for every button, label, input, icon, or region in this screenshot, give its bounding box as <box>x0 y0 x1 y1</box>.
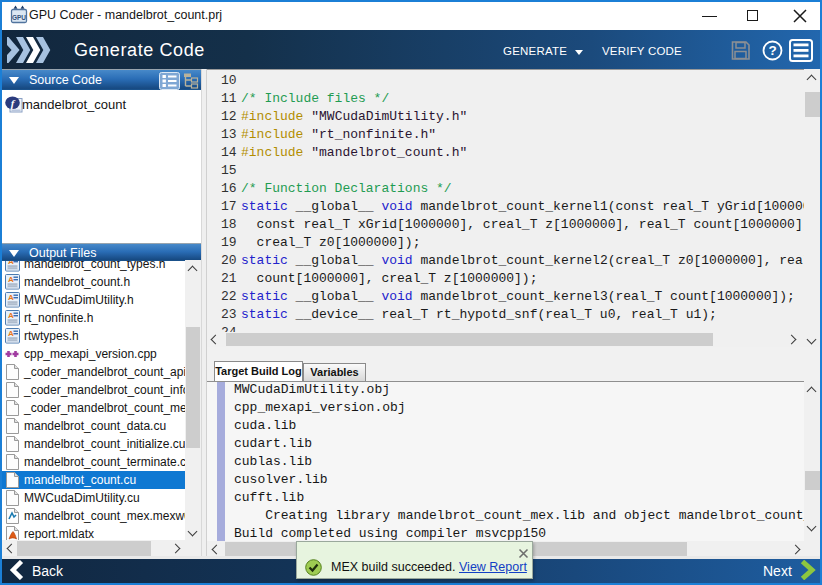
svg-text:?: ? <box>768 43 776 58</box>
svg-text:GPU: GPU <box>12 14 26 21</box>
